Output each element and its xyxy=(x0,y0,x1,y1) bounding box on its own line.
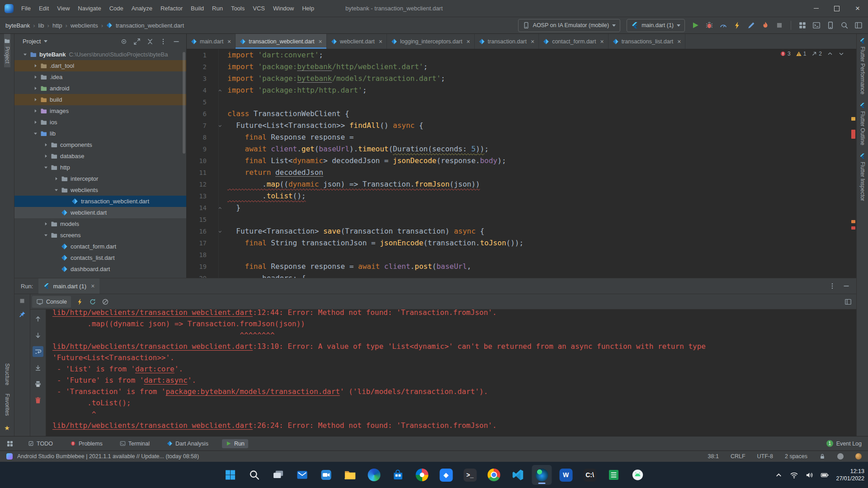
tree-item-components[interactable]: components xyxy=(14,139,186,150)
tool-window-switcher-icon[interactable] xyxy=(6,440,14,447)
editor-tab-webclient-dart[interactable]: webclient.dart× xyxy=(327,34,387,49)
error-stripe[interactable] xyxy=(850,49,856,278)
status-message[interactable]: Android Studio Bumblebee | 2021.1.1 avai… xyxy=(17,453,199,460)
tree-item-http[interactable]: http xyxy=(14,162,186,173)
taskbar-file-explorer-icon[interactable] xyxy=(340,465,360,485)
print-console-button[interactable] xyxy=(33,379,43,389)
tree-item-ios[interactable]: ios xyxy=(14,117,186,128)
tree-item-idea[interactable]: .idea xyxy=(14,71,186,83)
chevron-down-icon[interactable] xyxy=(52,188,60,192)
tree-item-models[interactable]: models xyxy=(14,218,186,230)
taskbar-search-icon[interactable] xyxy=(245,465,264,485)
debug-button[interactable] xyxy=(705,21,713,29)
tree-item-build[interactable]: build xyxy=(14,94,186,105)
close-tab-icon[interactable]: × xyxy=(600,38,604,45)
tool-window-button-flutter-inspector[interactable]: Flutter Inspector xyxy=(859,149,866,205)
run-button[interactable] xyxy=(691,21,699,29)
run-panel-options-button[interactable] xyxy=(829,282,836,290)
hide-button[interactable] xyxy=(173,38,180,45)
hidden-icons-chevron-icon[interactable] xyxy=(774,471,783,479)
tree-item-webclient-dart[interactable]: webclient.dart xyxy=(14,207,186,218)
menu-view[interactable]: View xyxy=(53,0,74,17)
tree-item-lib[interactable]: lib xyxy=(14,128,186,139)
taskbar-android-emulator-icon[interactable] xyxy=(628,465,648,485)
flutter-hot-reload-button[interactable] xyxy=(733,21,741,29)
pin-tab-button[interactable] xyxy=(19,311,26,318)
hide-run-panel-button[interactable] xyxy=(843,282,850,290)
menu-code[interactable]: Code xyxy=(105,0,127,17)
previous-error-button[interactable] xyxy=(827,51,833,57)
tree-item-dashboard-dart[interactable]: dashboard.dart xyxy=(14,263,186,275)
clear-console-on-run-button[interactable] xyxy=(102,298,109,305)
tree-item-screens[interactable]: screens xyxy=(14,230,186,241)
chevron-right-icon[interactable] xyxy=(31,97,39,102)
project-tree[interactable]: byteBankC:\Users\bruno\StudioProjects\by… xyxy=(14,49,186,278)
project-scrollbar[interactable] xyxy=(183,52,185,154)
flutter-hot-reload-button[interactable] xyxy=(76,298,84,305)
expand-button[interactable] xyxy=(133,38,141,45)
menu-navigate[interactable]: Navigate xyxy=(74,0,105,17)
favorites-star-icon[interactable]: ★ xyxy=(4,424,10,432)
chevron-right-icon[interactable] xyxy=(31,63,39,68)
console-file-link[interactable]: package:bytebank/models/transaction.dart xyxy=(165,387,340,396)
menu-vcs[interactable]: VCS xyxy=(249,0,269,17)
next-error-button[interactable] xyxy=(838,51,844,57)
taskbar-task-view-icon[interactable] xyxy=(269,465,288,485)
menu-window[interactable]: Window xyxy=(269,0,298,17)
console-tab[interactable]: Console xyxy=(32,296,71,308)
fold-down-icon[interactable] xyxy=(212,225,227,237)
menu-edit[interactable]: Edit xyxy=(35,0,53,17)
close-icon[interactable]: × xyxy=(91,282,94,290)
breadcrumb-item-bytebank[interactable]: byteBank xyxy=(5,22,30,29)
menu-analyze[interactable]: Analyze xyxy=(127,0,156,17)
close-tab-icon[interactable]: × xyxy=(319,38,322,45)
menu-help[interactable]: Help xyxy=(298,0,318,17)
readonly-lock-icon[interactable] xyxy=(819,453,826,460)
tool-window-button-todo[interactable]: TODO xyxy=(24,439,57,448)
event-log-button[interactable]: 1 Event Log xyxy=(826,440,862,447)
tool-window-button-terminal[interactable]: Terminal xyxy=(116,439,153,448)
chevron-down-icon[interactable] xyxy=(21,52,29,57)
code-editor[interactable]: 1import 'dart:convert';2import 'package:… xyxy=(187,49,856,278)
chevron-right-icon[interactable] xyxy=(42,142,50,147)
kebab-button[interactable] xyxy=(160,38,167,45)
device-manager-button[interactable] xyxy=(798,21,807,29)
tree-item-android[interactable]: android xyxy=(14,83,186,94)
close-tab-icon[interactable]: × xyxy=(531,38,534,45)
fold-down-icon[interactable] xyxy=(212,120,227,131)
wifi-icon[interactable] xyxy=(790,471,798,479)
flutter-hot-restart-button[interactable] xyxy=(89,298,96,305)
editor-tab-contact-form-dart[interactable]: contact_form.dart× xyxy=(539,34,608,49)
console-file-link[interactable]: dart:core xyxy=(135,365,175,373)
error-stripe-mark[interactable] xyxy=(851,130,855,139)
console-file-link[interactable]: lib/http/webclients/transaction_webclien… xyxy=(52,342,253,351)
chevron-right-icon[interactable] xyxy=(42,221,50,226)
taskbar-meet-icon[interactable] xyxy=(316,465,336,485)
taskbar-android-studio-icon[interactable] xyxy=(532,465,552,485)
apply-changes-button[interactable] xyxy=(747,21,755,29)
taskbar-store-icon[interactable] xyxy=(388,465,408,485)
tree-item-interceptor[interactable]: interceptor xyxy=(14,173,186,184)
tree-item-webclients[interactable]: webclients xyxy=(14,184,186,196)
chevron-right-icon[interactable] xyxy=(31,120,39,125)
breadcrumb-item-transaction-webclient-dart[interactable]: transaction_webclient.dart xyxy=(116,22,184,29)
chevron-down-icon[interactable] xyxy=(42,233,50,238)
taskbar-sheets-icon[interactable] xyxy=(604,465,624,485)
locate-button[interactable] xyxy=(120,38,127,45)
editor-tab-transaction-webclient-dart[interactable]: transaction_webclient.dart× xyxy=(236,34,326,49)
console-file-link[interactable]: lib/http/webclients/transaction_webclien… xyxy=(52,421,253,430)
close-tab-icon[interactable]: × xyxy=(379,38,382,45)
chevron-right-icon[interactable] xyxy=(31,75,39,80)
taskbar-terminal-icon[interactable]: >_ xyxy=(460,465,480,485)
taskbar-photos-icon[interactable] xyxy=(412,465,432,485)
logcat-button[interactable] xyxy=(812,21,821,29)
taskbar-clock[interactable]: 12:13 27/01/2022 xyxy=(836,468,864,483)
status-caret-position[interactable]: 38:1 xyxy=(708,453,719,460)
tree-item-images[interactable]: images xyxy=(14,105,186,117)
editor-tab-transaction-dart[interactable]: transaction.dart× xyxy=(475,34,539,49)
taskbar-vscode-icon[interactable] xyxy=(508,465,528,485)
tree-item-bytebank[interactable]: byteBankC:\Users\bruno\StudioProjects\by… xyxy=(14,49,186,60)
tool-window-button-run[interactable]: Run xyxy=(222,439,248,448)
fold-up-icon[interactable] xyxy=(212,202,227,214)
close-tab-icon[interactable]: × xyxy=(227,38,231,45)
